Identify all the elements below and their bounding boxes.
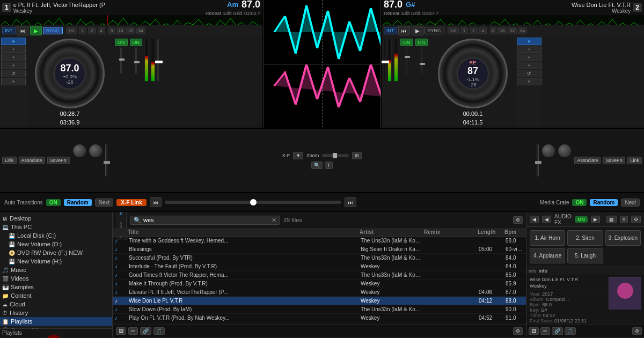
- audio-fx-on[interactable]: ON: [575, 216, 588, 223]
- info-tab[interactable]: info: [529, 268, 537, 274]
- ef-next[interactable]: ⏭: [345, 197, 356, 207]
- fx-btn-airhorn[interactable]: 1. Air Horn: [530, 230, 565, 246]
- deck-1-loop-4[interactable]: 4: [98, 27, 105, 34]
- save-fx-right-btn[interactable]: SaveFX: [603, 157, 625, 164]
- clear-search-icon[interactable]: ✕: [272, 217, 276, 224]
- deck-2-fx1[interactable]: ●: [517, 38, 541, 45]
- deck-2-eq-high[interactable]: [406, 47, 407, 74]
- deck-1-loop-1[interactable]: 1: [79, 27, 86, 34]
- deck-1-loop-2[interactable]: 2: [88, 27, 96, 34]
- track-row[interactable]: ♪ Successful (Prod. By VTR) The Uns33n (…: [113, 254, 526, 262]
- gear-btn[interactable]: ⚙: [513, 216, 523, 224]
- link-left-btn[interactable]: Link: [2, 157, 17, 164]
- zoom-fit[interactable]: ⊞: [352, 152, 362, 159]
- deck-2-pitch[interactable]: [384, 39, 385, 82]
- browser-icon-1[interactable]: 🖼: [116, 327, 126, 335]
- col-bpm[interactable]: Bpm: [504, 229, 524, 235]
- browser-item-history[interactable]: ⏱History: [0, 308, 112, 317]
- deck-2-ctrl-plus3[interactable]: +: [517, 62, 541, 69]
- deck-1-cue[interactable]: ⏮: [17, 26, 28, 35]
- fx-btn-applause[interactable]: 4. Applause: [530, 248, 565, 263]
- track-row[interactable]: ♪ Good Times ft Victor The Rapper, Hema.…: [113, 271, 526, 280]
- mixer-knob-3[interactable]: [542, 144, 555, 157]
- browser-item-playlists[interactable]: 📋Playlists: [0, 317, 112, 326]
- mixer-knob-1[interactable]: [73, 144, 86, 157]
- track-row[interactable]: ♪ Blessings Big Sean ft Drake n Kanye We…: [113, 245, 526, 254]
- deck-2-cue[interactable]: ⏮: [398, 26, 410, 35]
- browser-item-desktop[interactable]: 🖥Desktop: [0, 214, 112, 223]
- af-list-btn[interactable]: ≡: [620, 216, 628, 223]
- browser-item-music[interactable]: 🎵Music: [0, 266, 112, 274]
- af-back-btn[interactable]: ◀: [530, 216, 539, 223]
- deck-1-sync[interactable]: SYNC: [43, 27, 63, 34]
- browser-item-content[interactable]: 📁Content: [0, 291, 112, 300]
- deck-1-beat-64[interactable]: 64: [136, 27, 145, 34]
- deck-2-beat-32[interactable]: 32: [508, 27, 517, 34]
- ef-prev[interactable]: ⏮: [150, 197, 162, 207]
- deck-2-ctrl-plus4[interactable]: +: [517, 78, 541, 85]
- deck-2-ctrl-plus2[interactable]: +: [517, 54, 541, 61]
- track-row[interactable]: ♪ Interlude - The Fault (Prod. By V.T.R)…: [113, 262, 526, 271]
- deck-2-on-btn2[interactable]: ON: [415, 39, 428, 46]
- deck-2-play[interactable]: ▶: [412, 26, 423, 35]
- deck-2-eq-mid[interactable]: [421, 47, 422, 74]
- deck-1-ctrl-refresh[interactable]: ↺: [1, 70, 26, 77]
- info-tab-active[interactable]: info: [539, 268, 548, 274]
- auto-transitions-next[interactable]: Next: [95, 199, 114, 207]
- associate-right-btn[interactable]: Associate: [574, 157, 601, 164]
- deck-2-sync[interactable]: SYNC: [425, 27, 444, 34]
- deck-2-on-btn[interactable]: ON: [400, 39, 413, 46]
- deck-1-ctrl-plus2[interactable]: +: [1, 54, 26, 61]
- ef-slider[interactable]: [165, 201, 342, 204]
- auto-transitions-random[interactable]: Random: [64, 199, 92, 206]
- col-remix[interactable]: Remix: [424, 229, 478, 235]
- deck-2-loop-1[interactable]: 1: [460, 27, 468, 34]
- browser-icon-4[interactable]: 🎵: [153, 327, 165, 335]
- browser-item-cloud[interactable]: ☁Cloud: [0, 300, 112, 308]
- deck-1-on-btn[interactable]: ON: [115, 39, 128, 46]
- browser-item-local-disk-(c:)[interactable]: 💾Local Disk (C:): [0, 231, 112, 240]
- af-settings[interactable]: ⚙: [631, 216, 641, 223]
- auto-transitions-on[interactable]: ON: [46, 199, 61, 206]
- track-row[interactable]: ♪ Time with a Goddess ft Weskey, Hemed..…: [113, 237, 526, 245]
- search-input[interactable]: [143, 217, 272, 223]
- browser-settings[interactable]: ⚙: [513, 327, 523, 335]
- browser-item-videos[interactable]: 🎬Videos: [0, 274, 112, 283]
- fx-btn-laugh[interactable]: 5. Laugh: [567, 248, 603, 263]
- associate-left-btn[interactable]: Associate: [19, 157, 45, 164]
- deck-2-ctrl-refresh[interactable]: ↺: [517, 70, 541, 77]
- deck-2-turntable[interactable]: RE 87 -1.1% -26: [438, 39, 508, 108]
- save-fx-left-btn[interactable]: SaveFX: [47, 157, 70, 164]
- track-row[interactable]: ♪ Make It Through (Prod. By V.T.R) Weske…: [113, 280, 526, 288]
- xf-dropdown[interactable]: ▼: [293, 152, 303, 159]
- deck-1-ctrl-plus4[interactable]: +: [1, 78, 26, 85]
- info-settings[interactable]: ⚙: [632, 327, 642, 335]
- af-grid-btn[interactable]: ▦: [606, 216, 617, 223]
- deck-1-beat-16[interactable]: 16: [116, 27, 125, 34]
- track-row-active[interactable]: ♪ Wise Don Lie Ft. V.T.R Weskey 04:12 88…: [113, 297, 526, 305]
- deck-2-loop-half[interactable]: 1/2: [448, 27, 459, 34]
- preview-btn[interactable]: 🔍: [311, 161, 323, 169]
- browser-icon-3[interactable]: 🔗: [140, 327, 151, 335]
- browser-item-dvd-rw-drive-(f:)-new[interactable]: 📀DVD RW Drive (F:) NEW: [0, 248, 112, 257]
- deck-1-pitch[interactable]: [157, 39, 159, 82]
- deck-2-loop-2[interactable]: 2: [470, 27, 477, 34]
- deck-1-beat-8[interactable]: 8: [108, 27, 115, 34]
- col-length[interactable]: Length: [478, 229, 504, 235]
- browser-item-samples[interactable]: 🎹Samples: [0, 283, 112, 291]
- deck-2-beat-16[interactable]: 16: [497, 27, 507, 34]
- af-back2-btn[interactable]: ◀: [542, 216, 551, 223]
- fx-btn-siren[interactable]: 2. Siren: [567, 230, 603, 246]
- col-artist[interactable]: Artist: [360, 229, 424, 235]
- media-crate-random[interactable]: Random: [590, 199, 618, 206]
- track-row[interactable]: ♪ Slow Down (Prod. By IaM) The Uns33n (I…: [113, 305, 526, 314]
- deck-1-beat-32[interactable]: 32: [126, 27, 135, 34]
- deck-2-beat-8[interactable]: 8: [490, 27, 496, 34]
- af-fwd-btn[interactable]: ▶: [591, 216, 600, 223]
- deck-1-turntable[interactable]: 87.0 +0.0% -26: [35, 39, 105, 108]
- folder-tab-folders[interactable]: folders: [118, 212, 125, 217]
- deck-1-on-btn2[interactable]: ON: [130, 39, 143, 46]
- deck-1-fx1[interactable]: ●: [1, 38, 26, 45]
- media-crate-on[interactable]: ON: [572, 199, 587, 206]
- mixer-knob-2[interactable]: [89, 144, 102, 157]
